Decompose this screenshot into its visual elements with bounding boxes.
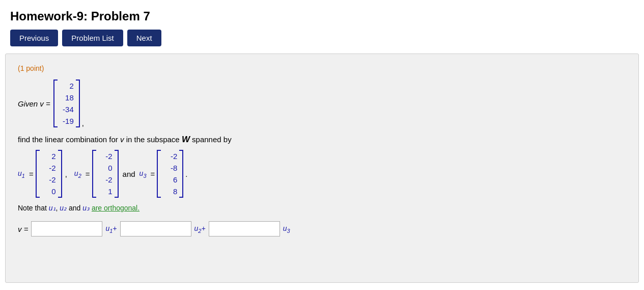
u2-answer-label: u2+ (194, 224, 206, 234)
u1-comma: , (65, 170, 67, 178)
answer-v-label: v = (18, 225, 28, 233)
u2-values: -2 0 -2 1 (98, 150, 113, 198)
u3-bracket-right (179, 150, 183, 198)
bracket-left (53, 80, 58, 127)
u1-vector: 2 -2 -2 0 (36, 150, 62, 198)
bracket-right (76, 80, 80, 127)
u2-v3: -2 (105, 175, 112, 184)
note-text: Note that u₁, u₂ and u₃ are orthogonal. (18, 204, 626, 212)
u2-v4: 1 (108, 187, 112, 196)
input-coeff-1[interactable] (31, 221, 102, 236)
find-text: find the linear combination for v in the… (18, 135, 626, 145)
comma-after-vector: , (82, 119, 84, 127)
input-coeff-3[interactable] (209, 221, 280, 236)
vectors-row: u1 = 2 -2 -2 0 , u2 = -2 0 -2 1 (18, 150, 626, 198)
u3-bracket-left (157, 150, 161, 198)
u2-equals: = (86, 170, 90, 178)
u1-bracket-left (36, 150, 40, 198)
u1-bracket-right (58, 150, 62, 198)
and-text: and (123, 170, 135, 178)
v-val-1: 2 (69, 82, 73, 90)
u1-v2: -2 (49, 164, 55, 172)
u2-label: u2 (74, 169, 81, 179)
nav-bar: Previous Problem List Next (0, 30, 644, 54)
given-row: Given v = 2 18 -34 -19 , (18, 80, 626, 127)
u2-v2: 0 (108, 164, 112, 172)
input-coeff-2[interactable] (120, 221, 191, 236)
u1-answer-label: u1+ (105, 224, 117, 234)
u1-values: 2 -2 -2 0 (42, 150, 56, 198)
previous-button[interactable]: Previous (10, 30, 58, 46)
problem-list-button[interactable]: Problem List (62, 30, 123, 46)
u2-v1: -2 (105, 152, 112, 161)
v-val-3: -34 (63, 105, 74, 114)
page-title: Homework-9: Problem 7 (0, 0, 644, 30)
u1-label: u1 (18, 169, 25, 179)
u3-answer-label: u3 (283, 224, 290, 234)
given-prefix: Given v = (18, 99, 50, 108)
point-label: (1 point) (18, 64, 626, 72)
answer-row: v = u1+ u2+ u3 (18, 221, 626, 236)
u3-vector: -2 -8 6 8 (157, 150, 183, 198)
u3-label: u3 (139, 169, 147, 179)
u1-v4: 0 (51, 187, 55, 196)
given-vector-bracket: 2 18 -34 -19 (53, 80, 80, 127)
end-period: . (185, 170, 187, 178)
u3-equals: = (151, 170, 155, 178)
u1-v1: 2 (51, 152, 55, 161)
u3-v1: -2 (171, 152, 177, 161)
u1-equals: = (29, 170, 34, 178)
u2-vector: -2 0 -2 1 (92, 150, 119, 198)
u3-values: -2 -8 6 8 (163, 150, 177, 198)
u2-bracket-left (92, 150, 96, 198)
content-area: (1 point) Given v = 2 18 -34 -19 , find … (5, 54, 639, 283)
u3-v2: -8 (171, 164, 177, 172)
u1-v3: -2 (49, 175, 55, 184)
u3-v3: 6 (173, 175, 177, 184)
v-val-4: -19 (63, 117, 74, 125)
u2-bracket-right (115, 150, 119, 198)
next-button[interactable]: Next (127, 30, 161, 46)
v-val-2: 18 (65, 93, 74, 102)
given-vector-values: 2 18 -34 -19 (60, 80, 74, 127)
u3-v4: 8 (173, 187, 177, 196)
